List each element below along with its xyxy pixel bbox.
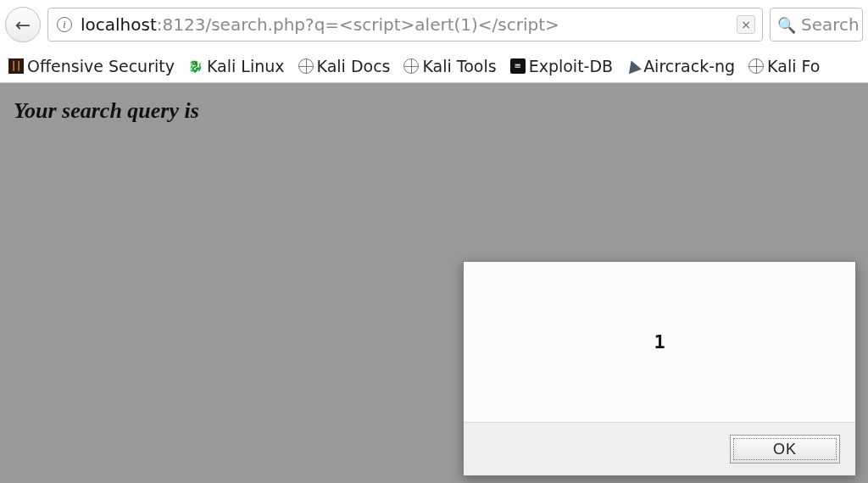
url-text: localhost:8123/search.php?q=<script>aler… (81, 14, 559, 35)
exploit-db-icon: ≡ (510, 58, 526, 74)
bookmark-label: Kali Docs (317, 57, 391, 75)
search-icon: 🔍 (777, 16, 796, 34)
bookmark-label: Kali Tools (422, 57, 496, 75)
globe-icon (403, 58, 419, 74)
aircrack-icon (625, 58, 642, 74)
bookmark-kali-docs[interactable]: Kali Docs (298, 57, 391, 75)
bookmark-label: Kali Fo (767, 57, 820, 75)
globe-icon (748, 58, 764, 74)
bookmarks-toolbar: ┃┃ Offensive Security 🐉 Kali Linux Kali … (0, 49, 868, 83)
browser-search-box[interactable]: 🔍 Search (770, 8, 863, 42)
bookmark-label: Exploit-DB (529, 57, 613, 75)
url-host: localhost (81, 14, 157, 35)
offensive-security-icon: ┃┃ (8, 58, 24, 74)
bookmark-label: Offensive Security (27, 57, 175, 75)
bookmark-kali-forums[interactable]: Kali Fo (748, 57, 820, 75)
url-bar[interactable]: i localhost:8123/search.php?q=<script>al… (47, 8, 763, 42)
search-placeholder: Search (801, 14, 860, 35)
alert-dialog: 1 OK (463, 261, 856, 476)
bookmark-kali-linux[interactable]: 🐉 Kali Linux (188, 57, 285, 75)
url-path: :8123/search.php?q=<script>alert(1)</scr… (157, 14, 559, 35)
alert-footer: OK (464, 423, 855, 475)
globe-icon (298, 58, 314, 74)
bookmark-label: Aircrack-ng (643, 57, 735, 75)
page-content: Your search query is 1 OK (0, 83, 868, 483)
clear-url-button[interactable]: × (737, 15, 755, 34)
kali-dragon-icon: 🐉 (188, 58, 203, 74)
browser-nav-row: ← i localhost:8123/search.php?q=<script>… (0, 0, 868, 49)
site-info-icon[interactable]: i (57, 17, 72, 32)
bookmark-exploit-db[interactable]: ≡ Exploit-DB (510, 57, 613, 75)
back-button[interactable]: ← (5, 7, 41, 42)
alert-message: 1 (464, 262, 855, 423)
bookmark-offensive-security[interactable]: ┃┃ Offensive Security (8, 57, 175, 75)
alert-ok-button[interactable]: OK (730, 435, 840, 464)
page-heading: Your search query is (0, 83, 868, 139)
bookmark-label: Kali Linux (207, 57, 285, 75)
bookmark-aircrack-ng[interactable]: Aircrack-ng (626, 57, 735, 75)
back-arrow-icon: ← (15, 14, 31, 36)
bookmark-kali-tools[interactable]: Kali Tools (403, 57, 496, 75)
